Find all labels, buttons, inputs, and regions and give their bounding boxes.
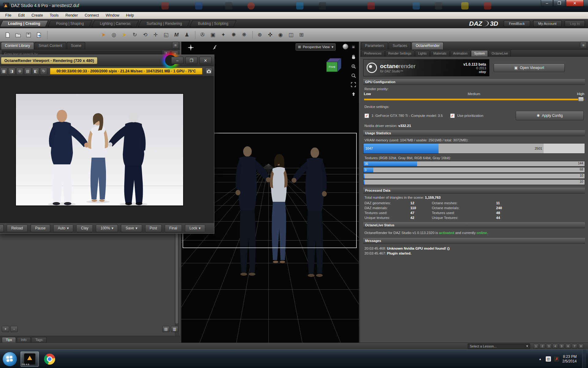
create-node-icon[interactable]: ⊕ bbox=[255, 30, 264, 40]
lesson-page-5[interactable]: 5 bbox=[559, 344, 564, 349]
lesson-page-2[interactable]: 2 bbox=[540, 344, 545, 349]
activity-tab-surfacing-rendering[interactable]: Surfacing | Rendering bbox=[140, 20, 189, 27]
close-button[interactable]: ✕ bbox=[566, 0, 584, 6]
use-prioritization-checkbox[interactable]: ✓ bbox=[450, 113, 455, 118]
translate-tool-icon[interactable]: ✛ bbox=[151, 30, 160, 40]
log-in-button[interactable]: Log In bbox=[565, 20, 585, 27]
pan-hand-icon[interactable] bbox=[350, 54, 356, 60]
magnifier-icon[interactable] bbox=[350, 72, 356, 79]
render-window-minimize-button[interactable]: – bbox=[171, 57, 183, 64]
list-view-icon[interactable]: ▤ bbox=[162, 326, 170, 332]
orbit-tool-icon[interactable]: ⟲ bbox=[141, 30, 150, 40]
cutoff-button[interactable]: ve bbox=[0, 224, 4, 232]
tab-parameters[interactable]: Parameters bbox=[361, 42, 388, 49]
menu-create[interactable]: Create bbox=[28, 12, 47, 18]
slider-handle[interactable] bbox=[578, 97, 584, 102]
pin-icon[interactable] bbox=[212, 45, 217, 50]
universal-tool-icon[interactable]: ➤ bbox=[120, 30, 129, 40]
tray-app-icon[interactable]: ▥ bbox=[546, 356, 551, 362]
clay-button[interactable]: Clay bbox=[76, 224, 93, 232]
detail-view-icon[interactable]: ▥ bbox=[171, 326, 178, 332]
pause-button[interactable]: Pause bbox=[31, 224, 50, 232]
tab-octanerender[interactable]: OctaneRender bbox=[412, 42, 443, 49]
activity-tab-posing-shaping[interactable]: Posing | Shaping bbox=[49, 20, 91, 27]
activity-tab-building-scripting[interactable]: Building | Scripting bbox=[191, 20, 235, 27]
open-viewport-button[interactable]: ▣ Open Viewport bbox=[494, 63, 565, 72]
add-button[interactable]: + bbox=[2, 326, 9, 332]
tab-surfaces[interactable]: Surfaces bbox=[389, 42, 411, 49]
menu-edit[interactable]: Edit bbox=[15, 12, 28, 18]
lesson-page-1[interactable]: 1 bbox=[533, 344, 539, 349]
show-desktop-button[interactable] bbox=[582, 350, 586, 368]
tab-tips[interactable]: Tips bbox=[2, 337, 16, 343]
zoom-in-icon[interactable] bbox=[350, 63, 356, 69]
subtab-octanelive[interactable]: OctaneLive bbox=[488, 50, 511, 56]
minimize-button[interactable]: – bbox=[541, 0, 553, 6]
octane-render-viewport-window[interactable]: OctaneRender Viewport - Rendering (720 x… bbox=[0, 55, 214, 234]
film-camera-icon[interactable]: ▣ bbox=[208, 30, 217, 40]
subtab-animation[interactable]: Animation bbox=[450, 50, 471, 56]
render-priority-slider[interactable] bbox=[364, 97, 584, 101]
home-view-icon[interactable] bbox=[350, 91, 356, 97]
tab-scene[interactable]: Scene bbox=[67, 42, 85, 49]
select-lesson-dropdown[interactable]: Select a Lesson... ▾ bbox=[468, 343, 530, 349]
post-button[interactable]: Post bbox=[145, 224, 162, 232]
geometry-selection-tool-icon[interactable]: ◎ bbox=[109, 30, 119, 40]
lesson-page-8[interactable]: 8 bbox=[578, 344, 584, 349]
menu-render[interactable]: Render bbox=[62, 12, 81, 18]
activity-tab-lighting-cameras[interactable]: Lighting | Cameras bbox=[93, 20, 138, 27]
lesson-page-7[interactable]: 7 bbox=[572, 344, 577, 349]
lesson-page-6[interactable]: 6 bbox=[565, 344, 571, 349]
start-button[interactable] bbox=[2, 352, 17, 366]
pick-target-icon[interactable]: ⊕ bbox=[16, 68, 23, 75]
menu-help[interactable]: Help bbox=[123, 12, 137, 18]
panel-menu-icon[interactable]: ≡ bbox=[580, 42, 587, 48]
menu-connect[interactable]: Connect bbox=[81, 12, 102, 18]
rotate-tool-icon[interactable]: ↻ bbox=[130, 30, 139, 40]
tray-error-icon[interactable]: ✗ bbox=[554, 356, 559, 362]
subtab-preferences[interactable]: Preferences bbox=[361, 50, 385, 56]
view-selector-dropdown[interactable]: ⊞ Perspective View ▾ bbox=[296, 43, 336, 51]
render-window-title-bar[interactable]: OctaneRender Viewport - Rendering (720 x… bbox=[0, 55, 214, 66]
scale-tool-icon[interactable]: ◱ bbox=[161, 30, 171, 40]
split-pane-icon[interactable]: ◫ bbox=[286, 30, 296, 40]
gpu-device-checkbox[interactable]: ✓ bbox=[364, 113, 369, 118]
grid-icon[interactable]: ▤ bbox=[24, 68, 31, 75]
grid-layout-icon[interactable]: ⊞ bbox=[297, 30, 306, 40]
spotlight-icon[interactable]: ❋ bbox=[239, 30, 249, 40]
point-light-icon[interactable]: ✺ bbox=[229, 30, 238, 40]
menu-tools[interactable]: Tools bbox=[46, 12, 62, 18]
menu-window[interactable]: Window bbox=[102, 12, 123, 18]
universal-manipulator-icon[interactable] bbox=[187, 44, 194, 51]
node-selection-tool-icon[interactable]: ➤ bbox=[99, 30, 108, 40]
subtab-system[interactable]: System bbox=[471, 50, 488, 56]
snap-icon[interactable]: ✜ bbox=[266, 30, 275, 40]
dock-icon[interactable]: ▦ bbox=[0, 68, 7, 75]
split-view-icon[interactable]: ◨ bbox=[8, 68, 15, 75]
title-bar[interactable]: DAZ Studio 4.6 Pro - arresttest2.duf – ❐… bbox=[0, 0, 588, 12]
lesson-page-3[interactable]: 3 bbox=[546, 344, 552, 349]
save-file-icon[interactable] bbox=[24, 30, 33, 40]
snapshot-camera-icon[interactable] bbox=[205, 68, 212, 75]
my-account-button[interactable]: My Account bbox=[533, 20, 562, 27]
measure-metrics-tool-icon[interactable]: M bbox=[172, 30, 181, 40]
subtab-materials[interactable]: Materials bbox=[430, 50, 450, 56]
taskbar-clock[interactable]: 8:23 PM 2/5/2014 bbox=[562, 355, 579, 364]
target-icon[interactable]: ◉ bbox=[276, 30, 285, 40]
view-cube-gizmo[interactable]: Front bbox=[323, 55, 342, 74]
render-window-maximize-button[interactable]: ❐ bbox=[185, 57, 198, 64]
camera-tool-icon[interactable]: ✇ bbox=[198, 30, 207, 40]
tab-info[interactable]: Info bbox=[17, 337, 30, 343]
refresh-icon[interactable]: ↻ bbox=[40, 68, 47, 75]
tab-smart-content[interactable]: Smart Content bbox=[35, 42, 66, 49]
frame-view-icon[interactable] bbox=[350, 82, 356, 88]
lesson-page-4[interactable]: 4 bbox=[552, 344, 558, 349]
open-file-icon[interactable] bbox=[13, 30, 23, 40]
viewport-menu-icon[interactable]: ≡ bbox=[350, 44, 356, 50]
new-file-icon[interactable] bbox=[3, 30, 12, 40]
right-splitter[interactable] bbox=[359, 42, 360, 343]
tab-content-library[interactable]: Content Library bbox=[1, 42, 34, 49]
remove-button[interactable]: - bbox=[10, 326, 18, 332]
activity-tab-loading-creating[interactable]: Loading | Creating bbox=[1, 20, 47, 27]
import-file-icon[interactable] bbox=[34, 30, 43, 40]
